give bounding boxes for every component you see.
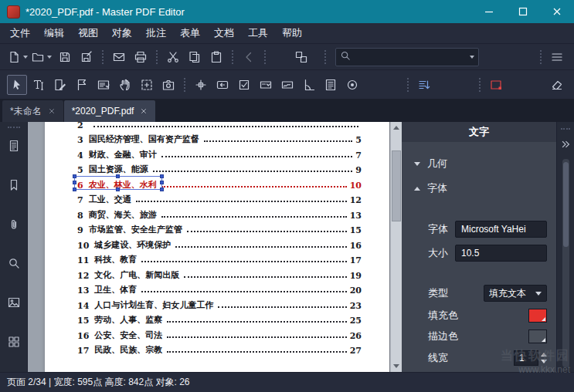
menu-edit[interactable]: 编辑 [37,23,71,43]
search-dropdown-caret[interactable] [470,56,474,59]
search-panel-button[interactable] [3,255,25,275]
thumbnails-panel-button[interactable] [3,294,25,315]
arrange-button[interactable] [414,75,434,95]
scrollbar-thumb[interactable] [392,150,401,221]
signature-field-button[interactable] [277,75,297,95]
radio-button-field-button[interactable] [342,75,362,95]
menu-document[interactable]: 文档 [207,23,241,43]
menu-file[interactable]: 文件 [3,23,37,43]
spin-down-button[interactable] [541,360,547,363]
font-size-field[interactable]: 10.5 [455,245,547,262]
rail-drag-handle[interactable] [8,127,20,128]
stroke-color-swatch[interactable] [528,329,547,343]
select-area-button[interactable] [137,75,157,95]
scroll-down-button[interactable] [391,360,402,372]
select-button[interactable] [7,75,27,95]
fill-color-swatch[interactable] [528,309,547,323]
combo-box-field-button[interactable] [256,75,276,95]
minimize-button[interactable] [472,0,506,23]
toc-row[interactable]: 17民政、民族、宗教27 [77,341,362,357]
red-rectangle-button[interactable] [486,75,506,95]
scroll-up-button[interactable] [391,122,402,133]
toc-row[interactable]: 12文化、广电、新闻出版19 [77,265,362,281]
menu-comment[interactable]: 批注 [139,23,173,43]
form-list-button[interactable] [93,75,114,95]
attachments-panel-button[interactable] [3,215,25,236]
section-font[interactable]: 字体 [402,176,556,201]
pdf-viewport[interactable]: 23国民经济管理、国有资产监督54财政、金融、审计75国土资源、能源96农业、林… [28,122,402,372]
toc-row[interactable]: 7工业、交通12 [77,191,362,206]
tab-untitled[interactable]: *未命名 [2,100,63,122]
open-button[interactable] [31,47,53,67]
panel-scrollbar-thumb[interactable] [563,162,569,247]
line-width-stepper[interactable]: 1 [514,350,547,366]
snapshot-button[interactable] [158,75,178,95]
vertical-scrollbar[interactable] [390,122,402,372]
cut-button[interactable] [163,47,183,67]
new-document-dropdown-caret[interactable] [23,56,28,59]
selection-handle[interactable] [73,174,76,178]
toc-row[interactable]: 13卫生、体育20 [77,281,362,296]
toc-row[interactable]: 5国土资源、能源9 [77,161,362,176]
pages-panel-button[interactable] [3,137,25,158]
toc-row[interactable]: 3国民经济管理、国有资产监督5 [77,130,362,146]
text-type-select[interactable]: 填充文本 [484,285,547,302]
toc-row[interactable]: 6农业、林业、水利10 [77,175,362,191]
email-button[interactable] [109,47,129,67]
close-button[interactable] [540,0,574,23]
strip-drag-handle[interactable] [561,128,570,130]
measure-tool-button[interactable] [299,75,319,95]
copy-button[interactable] [185,47,205,67]
section-geometry[interactable]: 几何 [402,151,556,176]
push-button-field-button[interactable] [212,75,233,95]
new-document-button[interactable] [7,47,29,67]
selection-handle[interactable] [73,188,76,191]
collapse-panel-button[interactable] [559,137,572,151]
menu-view[interactable]: 视图 [71,23,105,43]
font-name-field[interactable]: Microsoft YaHei [455,221,547,238]
menu-object[interactable]: 对象 [105,23,139,43]
paste-button[interactable] [206,47,226,67]
save-button[interactable] [55,47,75,67]
menu-forms[interactable]: 表单 [173,23,207,43]
bookmark-tool-button[interactable] [72,75,92,95]
back-button[interactable] [239,47,259,67]
pdf-page[interactable]: 23国民经济管理、国有资产监督54财政、金融、审计75国土资源、能源96农业、林… [45,122,389,372]
eraser-button[interactable] [547,75,567,95]
toc-row[interactable]: 15劳动、人事、监察25 [77,311,362,326]
edit-object-button[interactable] [50,75,70,95]
toc-row[interactable]: 9市场监管、安全生产监管15 [77,221,362,236]
open-dropdown-caret[interactable] [47,56,52,59]
text-area-field-button[interactable] [321,75,341,95]
tab-close-icon[interactable] [48,107,56,115]
panel-scrollbar[interactable] [562,159,569,367]
text-field-button[interactable] [191,75,211,95]
save-as-button[interactable] [76,47,97,67]
toc-row[interactable]: 16公安、安全、司法26 [77,326,362,341]
search-input[interactable] [351,52,470,63]
edit-text-button[interactable] [29,75,49,95]
checkbox-field-button[interactable] [234,75,254,95]
tab-2020-pdf[interactable]: *2020_PDF.pdf [64,100,156,122]
bookmarks-panel-button[interactable] [3,177,25,198]
maximize-button[interactable] [506,0,540,23]
selection-handle[interactable] [160,174,164,178]
hand-button[interactable] [115,75,135,95]
toc-row[interactable]: 4财政、金融、审计7 [77,145,362,161]
menu-tools[interactable]: 工具 [241,23,275,43]
toc-row[interactable]: 10城乡建设、环境保护16 [77,235,362,251]
tab-close-icon[interactable] [140,107,148,115]
fit-view-button[interactable] [291,47,311,67]
toc-row[interactable]: 8商贸、海关、旅游13 [77,205,362,221]
layers-panel-button[interactable] [3,333,25,353]
toc-row[interactable]: 11科技、教育17 [77,251,362,266]
selection-handle[interactable] [73,181,76,184]
toc-row[interactable]: 2 [77,122,362,130]
toc-row[interactable]: 14人口与计划生育、妇女儿童工作23 [77,296,362,311]
selection-handle[interactable] [160,181,164,184]
scrollbar-track[interactable] [391,133,402,360]
selection-handle[interactable] [116,174,120,178]
menu-help[interactable]: 帮助 [275,23,309,43]
print-button[interactable] [131,47,151,67]
spin-up-button[interactable] [541,353,547,357]
